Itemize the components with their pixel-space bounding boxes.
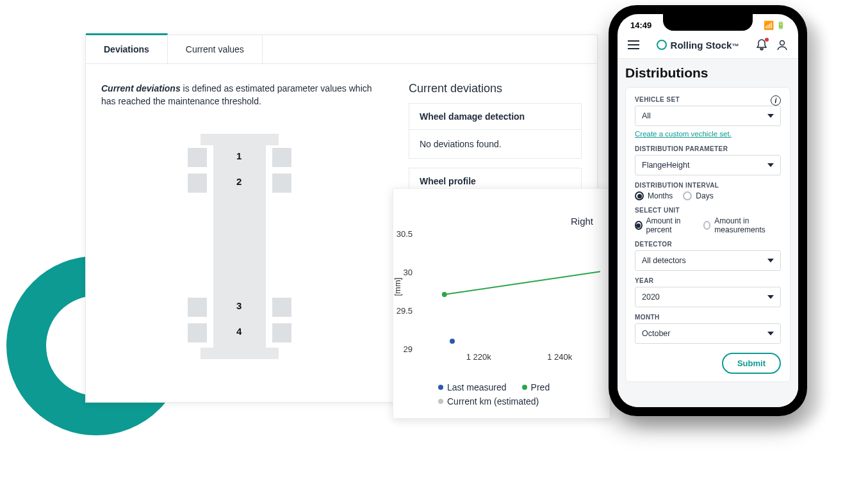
card-wheel-damage: Wheel damage detection No deviations fou…: [409, 103, 582, 159]
chevron-down-icon: [767, 295, 774, 299]
axle-label-4: 4: [236, 326, 242, 337]
wheel-2-right: [272, 173, 291, 193]
chevron-down-icon: [767, 114, 774, 118]
chart-title: Right: [571, 216, 593, 227]
info-icon[interactable]: i: [771, 95, 781, 106]
hamburger-icon[interactable]: [626, 38, 641, 52]
card-body: No deviations found.: [409, 130, 581, 158]
submit-button[interactable]: Submit: [722, 353, 781, 374]
battery-icon: 🔋: [776, 21, 785, 29]
page-title: Distributions: [625, 65, 790, 81]
phone-mockup: 14:49 📶 🔋 Rolling Stock™: [609, 5, 807, 416]
dist-param-select[interactable]: FlangeHeight: [635, 155, 781, 175]
month-select[interactable]: October: [635, 323, 781, 344]
dist-interval-label: DISTRIBUTION INTERVAL: [635, 182, 781, 189]
tab-current-values[interactable]: Current values: [168, 35, 263, 63]
card-head: Wheel damage detection: [409, 104, 581, 130]
create-vehicle-set-link[interactable]: Create a custom vechicle set.: [635, 130, 732, 138]
notification-dot: [765, 38, 769, 42]
logo-icon: [657, 40, 667, 50]
app-bar: Rolling Stock™: [618, 33, 798, 59]
radio-months[interactable]: Months: [635, 191, 673, 200]
vehicle-set-select[interactable]: All: [635, 106, 781, 126]
chevron-down-icon: [767, 259, 774, 262]
axle-label-1: 1: [236, 150, 242, 161]
month-label: MONTH: [635, 314, 781, 321]
wheel-3-right: [272, 298, 291, 317]
axle-label-3: 3: [236, 300, 242, 311]
wheel-1-right: [272, 148, 291, 167]
x-ticks: 1 220k 1 240k: [438, 352, 600, 362]
dist-param-label: DISTRIBUTION PARAMETER: [635, 145, 781, 152]
tabs: Deviations Current values: [86, 35, 597, 64]
description-text: Current deviations is defined as estimat…: [101, 82, 377, 108]
vehicle-set-label: VEHICLE SET: [635, 96, 680, 103]
y-axis-label: [mm]: [393, 278, 402, 296]
radio-measurements[interactable]: Amount in measurements: [703, 216, 781, 234]
radio-percent[interactable]: Amount in percent: [635, 216, 693, 234]
svg-point-0: [442, 292, 447, 297]
chart-legend: Last measured Pred Current km (estimated…: [438, 382, 603, 406]
chevron-down-icon: [767, 163, 774, 167]
radio-days[interactable]: Days: [683, 191, 713, 200]
detector-label: DETECTOR: [635, 241, 781, 248]
bell-icon[interactable]: [755, 38, 769, 52]
svg-point-1: [780, 41, 785, 45]
tab-deviations[interactable]: Deviations: [86, 33, 168, 63]
vehicle-diagram: 1 2 3 4: [181, 134, 297, 358]
wheel-4-right: [272, 323, 291, 342]
plot-area: [438, 234, 600, 348]
wheel-2-left: [188, 173, 207, 193]
predicted-line: [445, 271, 600, 294]
wheel-4-left: [188, 323, 207, 342]
year-select[interactable]: 2020: [635, 287, 781, 307]
wheel-3-left: [188, 298, 207, 317]
unit-label: SELECT UNIT: [635, 207, 781, 214]
chart-panel: Right [mm] 30.5 30 29.5 29 1 220k 1 240k…: [393, 188, 610, 419]
chevron-down-icon: [767, 332, 774, 335]
section-title: Current deviations: [409, 82, 582, 95]
user-icon[interactable]: [775, 38, 789, 52]
distributions-form: VEHICLE SET i All Create a custom vechic…: [625, 87, 790, 382]
wheel-1-left: [188, 148, 207, 167]
brand-logo: Rolling Stock™: [657, 40, 739, 51]
signal-icon: 📶: [764, 20, 774, 30]
detector-select[interactable]: All detectors: [635, 250, 781, 271]
measured-point: [450, 339, 455, 344]
year-label: YEAR: [635, 277, 781, 284]
axle-label-2: 2: [236, 176, 242, 187]
